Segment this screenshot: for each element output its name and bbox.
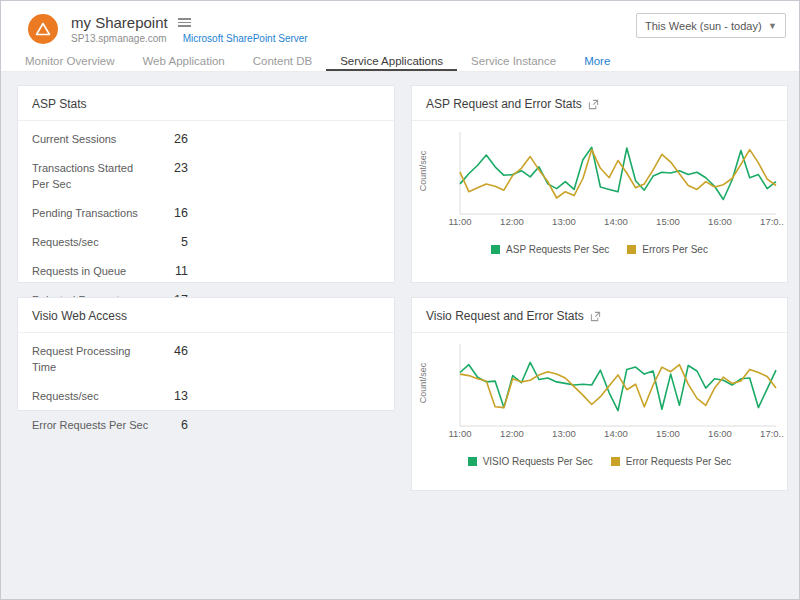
visio-line-chart[interactable]	[412, 298, 789, 448]
legend-label: ASP Requests Per Sec	[506, 244, 609, 255]
chart-legend: ASP Requests Per Sec Errors Per Sec	[412, 244, 787, 255]
legend-item[interactable]: Errors Per Sec	[627, 244, 708, 255]
chevron-down-icon: ▼	[768, 21, 777, 31]
stat-label: Requests/sec	[32, 389, 150, 405]
stat-row: Pending Transactions 16	[32, 199, 380, 228]
asp-line-chart[interactable]	[412, 86, 789, 236]
page-title: my Sharepoint	[71, 14, 168, 31]
stat-value: 23	[150, 161, 188, 193]
time-range-select[interactable]: This Week (sun - today) ▼	[636, 13, 786, 38]
monitor-status-icon	[28, 14, 58, 44]
x-tick: 13:00	[552, 216, 576, 227]
tab-more[interactable]: More	[570, 49, 624, 71]
time-range-value: This Week (sun - today)	[645, 20, 762, 32]
x-tick: 17:0..	[760, 428, 784, 439]
x-axis-ticks: 11:00 12:00 13:00 14:00 15:00 16:00 17:0…	[412, 216, 787, 228]
stat-label: Request Processing Time	[32, 344, 150, 376]
x-tick: 11:00	[448, 428, 471, 439]
legend-item[interactable]: VISIO Requests Per Sec	[468, 456, 593, 467]
legend-swatch-green	[468, 457, 477, 466]
x-tick: 12:00	[500, 428, 524, 439]
stat-label: Pending Transactions	[32, 206, 150, 222]
legend-label: Errors Per Sec	[642, 244, 708, 255]
hamburger-menu-icon[interactable]	[178, 18, 191, 27]
host-name: SP13.spmanage.com	[71, 33, 167, 44]
chart-legend: VISIO Requests Per Sec Error Requests Pe…	[412, 456, 787, 467]
asp-stats-title: ASP Stats	[18, 86, 394, 121]
warning-triangle-icon	[35, 22, 51, 36]
x-tick: 15:00	[656, 216, 680, 227]
stat-row: Current Sessions 26	[32, 125, 380, 154]
stat-value: 11	[150, 264, 188, 280]
legend-label: Error Requests Per Sec	[626, 456, 732, 467]
stat-row: Error Requests Per Sec 6	[32, 411, 380, 440]
legend-item[interactable]: ASP Requests Per Sec	[491, 244, 609, 255]
stat-label: Error Requests Per Sec	[32, 418, 150, 434]
stat-value: 13	[150, 389, 188, 405]
x-tick: 16:00	[708, 216, 732, 227]
visio-stats-title: Visio Web Access	[18, 298, 394, 333]
sharepoint-monitor-page: { "header": { "title": "my Sharepoint", …	[0, 0, 800, 600]
header: my Sharepoint SP13.spmanage.com Microsof…	[1, 1, 799, 49]
stat-row: Request Processing Time 46	[32, 337, 380, 382]
legend-swatch-yellow	[627, 245, 636, 254]
x-tick: 15:00	[656, 428, 680, 439]
stat-value: 46	[150, 344, 188, 376]
stat-row: Requests/sec 13	[32, 382, 380, 411]
legend-label: VISIO Requests Per Sec	[483, 456, 593, 467]
tab-bar: Monitor Overview Web Application Content…	[1, 49, 799, 72]
visio-request-error-chart-panel: Visio Request and Error Stats Count/sec …	[411, 297, 788, 491]
x-tick: 14:00	[604, 216, 628, 227]
stat-value: 26	[150, 132, 188, 148]
tab-monitor-overview[interactable]: Monitor Overview	[11, 49, 128, 71]
stat-label: Transactions Started Per Sec	[32, 161, 150, 193]
stat-value: 16	[150, 206, 188, 222]
x-axis-ticks: 11:00 12:00 13:00 14:00 15:00 16:00 17:0…	[412, 428, 787, 440]
x-tick: 14:00	[604, 428, 628, 439]
asp-request-error-chart-panel: ASP Request and Error Stats Count/sec 11…	[411, 85, 788, 283]
stat-row: Requests/sec 5	[32, 228, 380, 257]
x-tick: 17:0..	[760, 216, 784, 227]
tab-service-applications[interactable]: Service Applications	[326, 49, 457, 71]
x-tick: 11:00	[448, 216, 471, 227]
x-tick: 12:00	[500, 216, 524, 227]
x-tick: 16:00	[708, 428, 732, 439]
legend-item[interactable]: Error Requests Per Sec	[611, 456, 732, 467]
tab-web-application[interactable]: Web Application	[128, 49, 238, 71]
stat-row: Requests in Queue 11	[32, 257, 380, 286]
stat-value: 5	[150, 235, 188, 251]
stat-value: 6	[150, 418, 188, 434]
tab-service-instance[interactable]: Service Instance	[457, 49, 570, 71]
stat-row: Transactions Started Per Sec 23	[32, 154, 380, 199]
x-tick: 13:00	[552, 428, 576, 439]
stat-label: Requests in Queue	[32, 264, 150, 280]
server-type-link[interactable]: Microsoft SharePoint Server	[183, 33, 308, 44]
stat-label: Current Sessions	[32, 132, 150, 148]
visio-web-access-panel: Visio Web Access Request Processing Time…	[17, 297, 395, 411]
legend-swatch-green	[491, 245, 500, 254]
tab-content-db[interactable]: Content DB	[239, 49, 326, 71]
legend-swatch-yellow	[611, 457, 620, 466]
stat-label: Requests/sec	[32, 235, 150, 251]
asp-stats-panel: ASP Stats Current Sessions 26 Transactio…	[17, 85, 395, 283]
